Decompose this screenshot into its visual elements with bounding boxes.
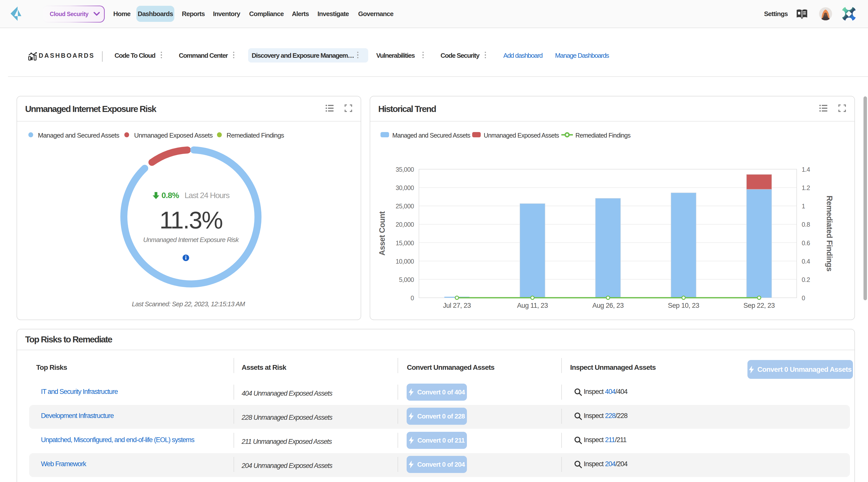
svg-text:25,000: 25,000 xyxy=(396,202,414,210)
svg-text:0: 0 xyxy=(802,294,805,301)
svg-text:Remediated Findings: Remediated Findings xyxy=(825,196,834,271)
svg-text:1.2: 1.2 xyxy=(802,184,810,191)
svg-text:Aug 26, 23: Aug 26, 23 xyxy=(592,302,624,309)
svg-text:Sep 22, 23: Sep 22, 23 xyxy=(743,302,775,309)
svg-text:35,000: 35,000 xyxy=(396,166,414,173)
svg-text:10,000: 10,000 xyxy=(396,258,414,265)
svg-text:20,000: 20,000 xyxy=(396,221,414,228)
svg-text:0.6: 0.6 xyxy=(802,239,810,247)
svg-text:Sep 10, 23: Sep 10, 23 xyxy=(668,302,699,309)
svg-text:Aug 11, 23: Aug 11, 23 xyxy=(517,302,548,309)
svg-text:5,000: 5,000 xyxy=(399,276,414,283)
svg-text:Jul 27, 23: Jul 27, 23 xyxy=(443,302,471,309)
svg-text:Asset Count: Asset Count xyxy=(378,212,386,256)
svg-text:0: 0 xyxy=(411,294,414,301)
svg-text:1.4: 1.4 xyxy=(802,166,810,173)
svg-text:0.8: 0.8 xyxy=(802,221,810,228)
svg-text:15,000: 15,000 xyxy=(396,239,414,247)
svg-text:0.4: 0.4 xyxy=(802,258,810,265)
svg-text:0.2: 0.2 xyxy=(802,276,810,283)
svg-text:30,000: 30,000 xyxy=(396,184,414,191)
svg-text:1: 1 xyxy=(802,202,805,210)
